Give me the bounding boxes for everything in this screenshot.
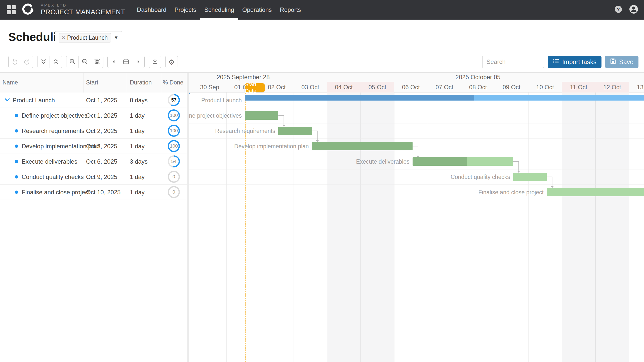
nav-right-cluster: ?	[614, 0, 639, 20]
percent-done-value: 57	[168, 94, 180, 106]
user-avatar-icon[interactable]	[628, 4, 639, 16]
import-tasks-button[interactable]: Import tasks	[548, 56, 601, 68]
zoom-in-icon	[69, 58, 76, 66]
company-logo-icon	[21, 3, 35, 18]
brand-product: PROJECT MANAGEMENT	[41, 9, 125, 16]
nav-item-projects[interactable]: Projects	[170, 0, 200, 20]
collapse-all-button[interactable]	[50, 56, 62, 68]
table-row[interactable]: Conduct quality checksOct 9, 20251 day0	[0, 169, 187, 185]
toolbar-group: ⚙	[165, 56, 178, 68]
search-input[interactable]	[482, 56, 544, 68]
gantt-timeline: 2025 September 282025 October 0530 Sep01…	[189, 73, 644, 362]
percent-done-ring[interactable]: 100	[168, 125, 180, 137]
redo-button[interactable]	[21, 56, 33, 68]
week-header-label: 2025 September 28	[217, 73, 270, 82]
app-launcher-icon[interactable]	[7, 5, 16, 14]
table-row[interactable]: Develop implementation planOct 3, 20251 …	[0, 139, 187, 154]
table-row[interactable]: Product LaunchOct 1, 20258 days57	[0, 93, 187, 108]
task-list-icon	[553, 58, 559, 66]
task-name-cell: Finalise and close project	[22, 185, 90, 200]
timeline-header: 2025 September 282025 October 0530 Sep01…	[189, 73, 644, 93]
task-duration-cell: 1 day	[130, 123, 145, 139]
chip-remove-icon[interactable]: ×	[62, 34, 65, 41]
save-icon	[610, 58, 616, 66]
settings-icon: ⚙	[168, 58, 175, 66]
project-filter-select[interactable]: × Product Launch ▼	[55, 31, 122, 44]
nav-item-reports[interactable]: Reports	[276, 0, 305, 20]
svg-text:?: ?	[617, 7, 620, 12]
task-name-cell: Execute deliverables	[22, 154, 77, 169]
nav-item-operations[interactable]: Operations	[238, 0, 276, 20]
percent-done-value: 54	[168, 155, 180, 167]
scheduler-panel: NameStartDuration% Done Product LaunchOc…	[0, 72, 644, 362]
task-name-cell: Research requirements	[22, 123, 84, 139]
dependency-arrows	[189, 93, 644, 362]
percent-done-ring[interactable]: 54	[168, 155, 180, 167]
task-name-cell: Define project objectives	[22, 108, 87, 123]
nav-item-scheduling[interactable]: Scheduling	[200, 0, 238, 20]
column-header-name[interactable]: Name	[3, 73, 18, 93]
column-header-done[interactable]: % Done	[163, 73, 183, 93]
day-header-label: 08 Oct	[464, 82, 492, 93]
task-duration-cell: 8 days	[130, 93, 148, 108]
date-range-button[interactable]	[120, 56, 132, 68]
table-row[interactable]: Define project objectivesOct 1, 20251 da…	[0, 108, 187, 123]
percent-done-ring[interactable]: 100	[168, 109, 180, 121]
task-start-cell: Oct 3, 2025	[86, 139, 117, 154]
task-start-cell: Oct 1, 2025	[86, 93, 117, 108]
day-header-label: 02 Oct	[263, 82, 291, 93]
top-navbar: APEX LTD PROJECT MANAGEMENT DashboardPro…	[0, 0, 644, 20]
percent-done-ring[interactable]: 0	[168, 171, 180, 183]
percent-done-ring[interactable]: 57	[168, 94, 180, 106]
undo-button[interactable]	[9, 56, 21, 68]
table-row[interactable]: Execute deliverablesOct 6, 20253 days54	[0, 154, 187, 169]
percent-done-ring[interactable]: 100	[168, 140, 180, 152]
zoom-in-button[interactable]	[66, 56, 79, 68]
day-header-label: 13 Oct	[632, 82, 644, 93]
brand-company: APEX LTD	[41, 3, 125, 7]
gantt-toolbar: ⚙	[8, 56, 178, 68]
undo-icon	[11, 58, 18, 66]
task-duration-cell: 1 day	[130, 108, 145, 123]
task-grid-header: NameStartDuration% Done	[0, 73, 187, 93]
day-header-label: 30 Sep	[196, 82, 223, 93]
export-button[interactable]	[149, 56, 161, 68]
task-grid: NameStartDuration% Done Product LaunchOc…	[0, 73, 187, 362]
previous-timespan-button[interactable]	[108, 56, 120, 68]
percent-done-value: 0	[168, 171, 180, 183]
project-filter-chip[interactable]: × Product Launch	[59, 33, 111, 42]
table-row[interactable]: Finalise and close projectOct 10, 20251 …	[0, 185, 187, 200]
brand-text: APEX LTD PROJECT MANAGEMENT	[41, 3, 125, 16]
expand-all-button[interactable]	[37, 56, 50, 68]
column-header-duration[interactable]: Duration	[130, 73, 152, 93]
zoom-to-fit-icon	[94, 58, 100, 66]
task-bullet-icon	[15, 114, 18, 117]
grid-gantt-splitter[interactable]	[187, 73, 189, 362]
task-name-cell: Product Launch	[13, 93, 55, 108]
expand-all-icon	[40, 58, 47, 66]
percent-done-ring[interactable]: 0	[168, 186, 180, 198]
save-label: Save	[619, 58, 633, 66]
previous-timespan-icon	[111, 59, 116, 65]
column-header-start[interactable]: Start	[86, 73, 98, 93]
next-timespan-button[interactable]	[132, 56, 144, 68]
task-duration-cell: 3 days	[130, 154, 148, 169]
table-row[interactable]: Research requirementsOct 2, 20251 day100	[0, 123, 187, 139]
day-header-label: 10 Oct	[531, 82, 559, 93]
nav-item-dashboard[interactable]: Dashboard	[133, 0, 170, 20]
toolbar-group	[8, 56, 33, 68]
day-header-label: 09 Oct	[498, 82, 525, 93]
save-button[interactable]: Save	[605, 56, 638, 68]
toolbar-right-actions: Import tasks Save	[482, 56, 638, 68]
zoom-to-fit-button[interactable]	[91, 56, 103, 68]
chip-label: Product Launch	[67, 34, 108, 41]
week-header-label: 2025 October 05	[456, 73, 501, 82]
start-date-marker-badge: Start Date	[245, 83, 265, 92]
day-header-label: 05 Oct	[364, 82, 391, 93]
settings-button[interactable]: ⚙	[166, 56, 178, 68]
help-icon[interactable]: ?	[614, 5, 623, 15]
percent-done-value: 100	[168, 125, 180, 137]
zoom-out-button[interactable]	[79, 56, 91, 68]
percent-done-value: 100	[168, 109, 180, 121]
collapse-chevron-icon[interactable]	[5, 98, 10, 103]
